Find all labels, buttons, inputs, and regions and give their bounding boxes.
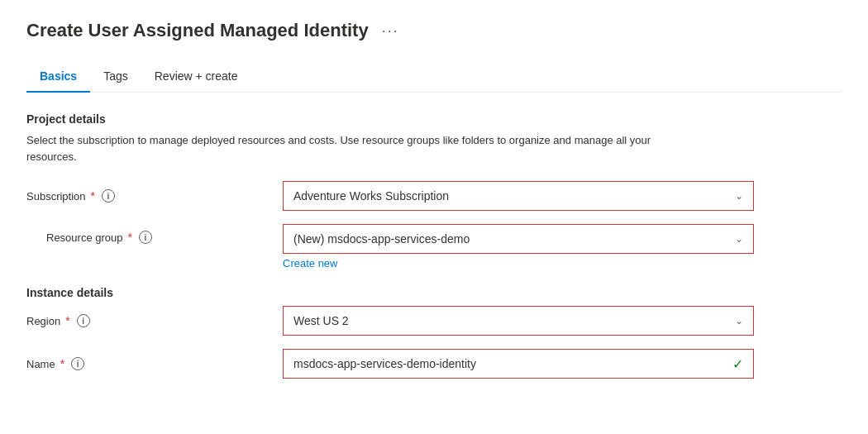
create-new-link[interactable]: Create new [283,257,337,269]
region-row: Region * i West US 2 ⌄ [26,306,842,336]
region-label-col: Region * i [26,314,283,327]
subscription-label: Subscription [26,190,86,203]
page-title: Create User Assigned Managed Identity [26,20,369,41]
tab-tags[interactable]: Tags [90,61,141,93]
subscription-control: Adventure Works Subscription ⌄ [283,181,754,211]
resource-group-chevron-icon: ⌄ [735,233,743,245]
subscription-label-col: Subscription * i [26,189,283,203]
page-title-row: Create User Assigned Managed Identity ··… [26,20,842,41]
instance-details-title: Instance details [26,286,842,299]
subscription-value: Adventure Works Subscription [293,189,449,203]
region-dropdown[interactable]: West US 2 ⌄ [283,306,754,336]
name-required: * [60,357,64,370]
name-label-col: Name * i [26,357,283,370]
project-details-section: Project details Select the subscription … [26,112,842,269]
resource-group-required: * [128,231,132,244]
region-label: Region [26,315,60,327]
region-value: West US 2 [293,314,349,327]
subscription-chevron-icon: ⌄ [735,190,743,202]
name-info-icon[interactable]: i [71,357,84,370]
region-chevron-icon: ⌄ [735,315,743,327]
name-valid-icon: ✓ [732,356,743,372]
region-required: * [65,314,69,327]
resource-group-row: Resource group * i (New) msdocs-app-serv… [26,224,842,269]
instance-details-section: Instance details Region * i West US 2 ⌄ … [26,286,842,379]
name-input[interactable]: msdocs-app-services-demo-identity ✓ [283,349,754,379]
name-label: Name [26,358,55,370]
tab-review-create[interactable]: Review + create [141,61,251,93]
region-info-icon[interactable]: i [77,314,90,327]
resource-group-label: Resource group [46,231,123,244]
region-control: West US 2 ⌄ [283,306,754,336]
project-details-description: Select the subscription to manage deploy… [26,132,671,165]
subscription-dropdown[interactable]: Adventure Works Subscription ⌄ [283,181,754,211]
resource-group-value: (New) msdocs-app-services-demo [293,232,470,246]
name-row: Name * i msdocs-app-services-demo-identi… [26,349,842,379]
resource-group-control: (New) msdocs-app-services-demo ⌄ Create … [283,224,754,269]
subscription-info-icon[interactable]: i [102,189,115,203]
name-control: msdocs-app-services-demo-identity ✓ [283,349,754,379]
resource-group-dropdown[interactable]: (New) msdocs-app-services-demo ⌄ [283,224,754,254]
resource-group-label-col: Resource group * i [26,224,283,244]
ellipsis-button[interactable]: ··· [377,21,404,41]
subscription-required: * [91,189,95,203]
tab-basics[interactable]: Basics [26,61,90,93]
tabs-row: Basics Tags Review + create [26,61,842,93]
name-value: msdocs-app-services-demo-identity [293,357,476,370]
subscription-row: Subscription * i Adventure Works Subscri… [26,181,842,211]
resource-group-info-icon[interactable]: i [139,231,152,244]
project-details-title: Project details [26,112,842,126]
